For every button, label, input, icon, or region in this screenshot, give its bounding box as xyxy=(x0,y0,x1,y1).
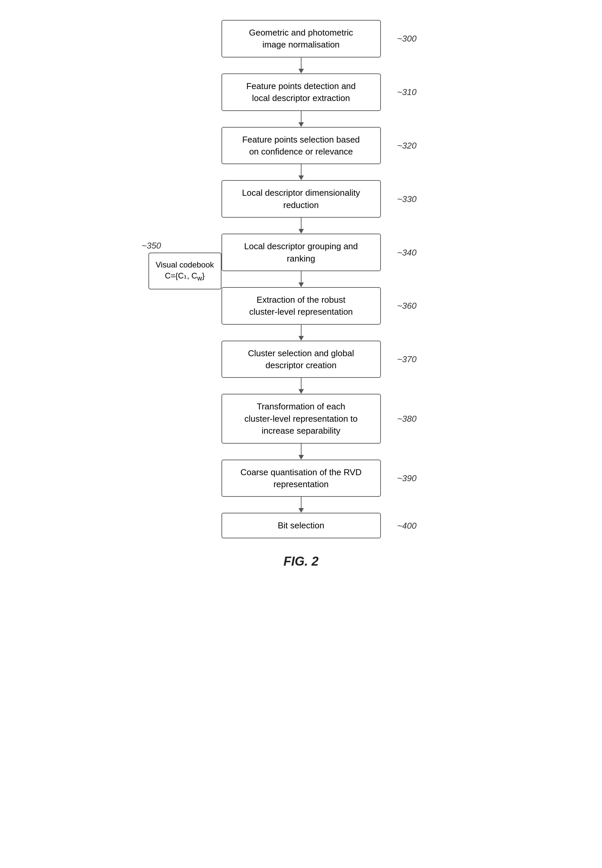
arrow-320-330 xyxy=(298,164,304,180)
box-370: Cluster selection and globaldescriptor c… xyxy=(221,341,381,378)
box-320-text: Feature points selection basedon confide… xyxy=(242,135,359,157)
arrow-head xyxy=(298,455,304,460)
arrow-line xyxy=(301,57,301,69)
arrow-370-380 xyxy=(298,378,304,394)
arrow-head xyxy=(298,508,304,513)
label-390: ~390 xyxy=(397,472,417,484)
box-310-text: Feature points detection andlocal descri… xyxy=(246,81,356,103)
box-320: Feature points selection basedon confide… xyxy=(221,127,381,165)
arrow-head xyxy=(298,282,304,287)
diagram-container: Geometric and photometricimage normalisa… xyxy=(152,20,451,569)
arrow-310-320 xyxy=(298,111,304,127)
arrow-head xyxy=(298,389,304,394)
arrow-330-340 xyxy=(298,218,304,234)
label-310: ~310 xyxy=(397,86,417,98)
box-300-text: Geometric and photometricimage normalisa… xyxy=(249,28,353,49)
arrow-head xyxy=(298,69,304,74)
box-370-text: Cluster selection and globaldescriptor c… xyxy=(248,348,354,370)
label-370: ~370 xyxy=(397,353,417,365)
label-340: ~340 xyxy=(397,246,417,258)
arrow-line xyxy=(301,218,301,229)
label-330: ~330 xyxy=(397,193,417,205)
fig-label: FIG. 2 xyxy=(284,554,319,569)
box-340: Local descriptor grouping andranking ~34… xyxy=(221,234,381,271)
arrow-head xyxy=(298,122,304,127)
arrow-380-390 xyxy=(298,444,304,460)
box-330-text: Local descriptor dimensionalityreduction xyxy=(242,188,360,210)
arrow-line xyxy=(301,111,301,122)
label-360: ~360 xyxy=(397,300,417,312)
side-box-350: Visual codebookC={C₁, Cw} xyxy=(148,252,221,289)
label-400: ~400 xyxy=(397,519,417,531)
box-390-text: Coarse quantisation of the RVDrepresenta… xyxy=(240,467,362,489)
box-360-text: Extraction of the robustcluster-level re… xyxy=(249,295,353,317)
arrow-head xyxy=(298,175,304,180)
box-300: Geometric and photometricimage normalisa… xyxy=(221,20,381,57)
side-box-text: Visual codebookC={C₁, Cw} xyxy=(156,260,214,280)
box-380-text: Transformation of eachcluster-level repr… xyxy=(244,402,358,436)
arrow-390-400 xyxy=(298,497,304,513)
arrow-line xyxy=(301,325,301,336)
arrow-line xyxy=(301,164,301,175)
arrow-line xyxy=(301,378,301,389)
box-380: Transformation of eachcluster-level repr… xyxy=(221,394,381,443)
box-400: Bit selection ~400 xyxy=(221,513,381,538)
arrow-head xyxy=(298,229,304,234)
arrow-300-310 xyxy=(298,57,304,74)
arrow-340-360 xyxy=(298,271,304,287)
arrow-head xyxy=(298,336,304,341)
arrow-line xyxy=(301,497,301,508)
label-320: ~320 xyxy=(397,140,417,152)
label-350: ~350 xyxy=(142,241,161,251)
arrow-line xyxy=(301,271,301,282)
box-310: Feature points detection andlocal descri… xyxy=(221,74,381,111)
label-380: ~380 xyxy=(397,413,417,425)
box-400-text: Bit selection xyxy=(278,520,324,530)
label-300: ~300 xyxy=(397,32,417,45)
arrow-360-370 xyxy=(298,325,304,341)
arrow-line xyxy=(301,444,301,455)
box-330: Local descriptor dimensionalityreduction… xyxy=(221,180,381,218)
box-360: Extraction of the robustcluster-level re… xyxy=(221,287,381,325)
box-340-row: ~350 Visual codebookC={C₁, Cw} Local des… xyxy=(152,234,451,271)
box-390: Coarse quantisation of the RVDrepresenta… xyxy=(221,460,381,497)
box-340-text: Local descriptor grouping andranking xyxy=(244,241,358,263)
